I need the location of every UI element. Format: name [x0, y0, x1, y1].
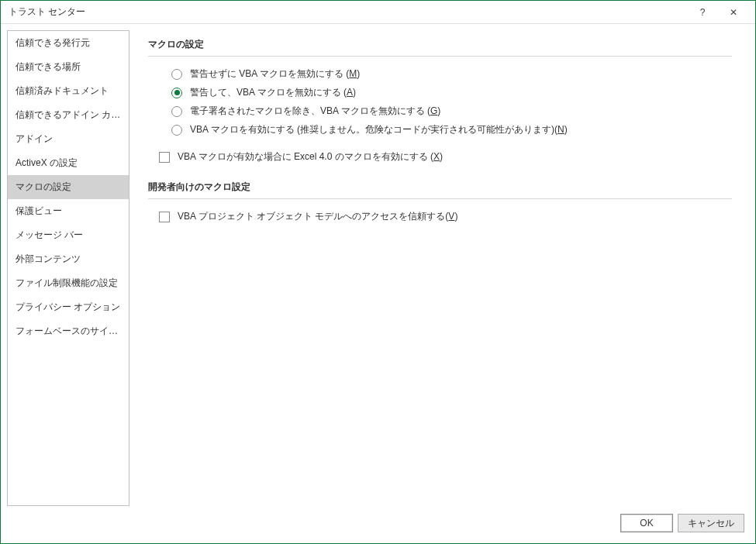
checkbox-excel4[interactable] [159, 152, 170, 163]
radio-macro-0[interactable] [171, 69, 182, 80]
radio-label-1[interactable]: 警告して、VBA マクロを無効にする (A) [190, 86, 356, 99]
checkbox-excel4-label[interactable]: VBA マクロが有効な場合に Excel 4.0 のマクロを有効にする (X) [178, 150, 443, 164]
sidebar-item-6[interactable]: マクロの設定 [8, 175, 129, 199]
help-button[interactable]: ? [687, 2, 718, 23]
sidebar-item-11[interactable]: プライバシー オプション [8, 295, 129, 319]
radio-macro-1[interactable] [171, 88, 182, 98]
checkbox-vba-project-label[interactable]: VBA プロジェクト オブジェクト モデルへのアクセスを信頼する(V) [178, 210, 457, 223]
macro-options: 警告せずに VBA マクロを無効にする (M)警告して、VBA マクロを無効にす… [148, 67, 732, 136]
checkbox-vba-project[interactable] [159, 212, 170, 222]
section-title-macro: マクロの設定 [148, 38, 732, 57]
radio-label-3[interactable]: VBA マクロを有効にする (推奨しません。危険なコードが実行される可能性があり… [190, 123, 568, 136]
macro-option-2[interactable]: 電子署名されたマクロを除き、VBA マクロを無効にする (G) [171, 105, 732, 118]
ok-button[interactable]: OK [620, 514, 673, 532]
sidebar-item-8[interactable]: メッセージ バー [8, 223, 129, 247]
macro-option-3[interactable]: VBA マクロを有効にする (推奨しません。危険なコードが実行される可能性があり… [171, 123, 732, 136]
sidebar: 信頼できる発行元信頼できる場所信頼済みドキュメント信頼できるアドイン カタログア… [7, 30, 129, 506]
section-title-dev: 開発者向けのマクロ設定 [148, 181, 732, 199]
sidebar-item-10[interactable]: ファイル制限機能の設定 [8, 271, 129, 295]
macro-option-0[interactable]: 警告せずに VBA マクロを無効にする (M) [171, 67, 732, 81]
sidebar-item-3[interactable]: 信頼できるアドイン カタログ [8, 103, 129, 127]
sidebar-item-1[interactable]: 信頼できる場所 [8, 55, 129, 79]
sidebar-item-2[interactable]: 信頼済みドキュメント [8, 79, 129, 103]
sidebar-item-12[interactable]: フォームベースのサインイン [8, 319, 129, 343]
close-button[interactable]: ✕ [718, 2, 749, 23]
sidebar-item-5[interactable]: ActiveX の設定 [8, 151, 129, 175]
help-icon: ? [700, 7, 706, 18]
main-area: 信頼できる発行元信頼できる場所信頼済みドキュメント信頼できるアドイン カタログア… [1, 24, 755, 506]
sidebar-item-9[interactable]: 外部コンテンツ [8, 247, 129, 271]
radio-label-2[interactable]: 電子署名されたマクロを除き、VBA マクロを無効にする (G) [190, 105, 440, 118]
sidebar-item-0[interactable]: 信頼できる発行元 [8, 31, 129, 55]
sidebar-item-4[interactable]: アドイン [8, 127, 129, 151]
titlebar: トラスト センター ? ✕ [1, 1, 755, 24]
sidebar-item-7[interactable]: 保護ビュー [8, 199, 129, 223]
cancel-button[interactable]: キャンセル [678, 514, 744, 532]
check-excel4-row[interactable]: VBA マクロが有効な場合に Excel 4.0 のマクロを有効にする (X) [148, 150, 732, 164]
macro-option-1[interactable]: 警告して、VBA マクロを無効にする (A) [171, 86, 732, 99]
window-title: トラスト センター [9, 5, 687, 19]
radio-macro-2[interactable] [171, 106, 182, 117]
radio-label-0[interactable]: 警告せずに VBA マクロを無効にする (M) [190, 67, 360, 81]
check-vba-project-row[interactable]: VBA プロジェクト オブジェクト モデルへのアクセスを信頼する(V) [148, 210, 732, 223]
footer: OK キャンセル [1, 506, 755, 543]
close-icon: ✕ [730, 7, 737, 18]
content-panel: マクロの設定 警告せずに VBA マクロを無効にする (M)警告して、VBA マ… [129, 30, 747, 506]
radio-macro-3[interactable] [171, 125, 182, 136]
